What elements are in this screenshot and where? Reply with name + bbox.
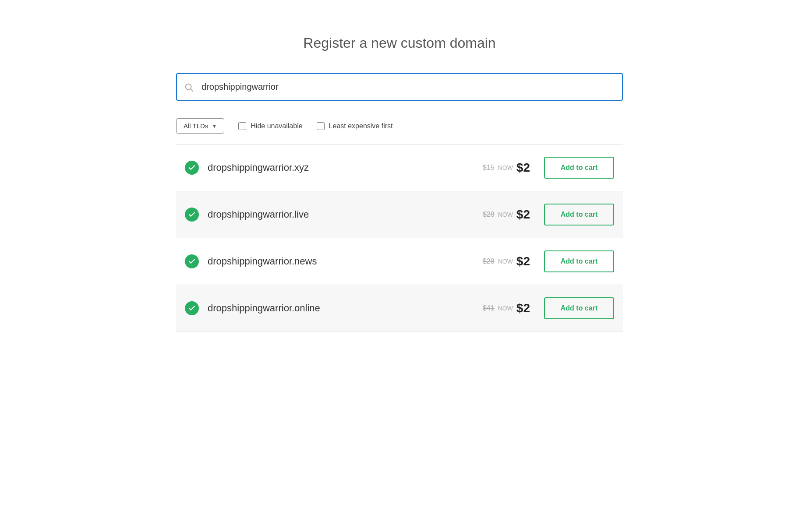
results-list: dropshippingwarrior.xyz $15 NOW $2 Add t… — [176, 144, 623, 332]
least-expensive-label: Least expensive first — [329, 122, 393, 130]
domain-name: dropshippingwarrior.live — [208, 209, 483, 220]
svg-line-1 — [191, 89, 193, 91]
pricing: $28 NOW $2 — [483, 254, 530, 268]
hide-unavailable-filter[interactable]: Hide unavailable — [238, 122, 302, 130]
domain-name: dropshippingwarrior.xyz — [208, 162, 483, 173]
current-price: $2 — [516, 254, 530, 268]
now-label: NOW — [498, 305, 513, 312]
current-price: $2 — [516, 208, 530, 222]
available-check-icon — [185, 301, 199, 315]
available-check-icon — [185, 254, 199, 268]
tld-dropdown-label: All TLDs — [184, 122, 208, 130]
result-item: dropshippingwarrior.live $28 NOW $2 Add … — [176, 191, 623, 238]
original-price: $28 — [483, 257, 495, 265]
current-price: $2 — [516, 161, 530, 175]
now-label: NOW — [498, 258, 513, 265]
tld-dropdown[interactable]: All TLDs ▼ — [176, 118, 224, 134]
available-check-icon — [185, 208, 199, 222]
result-item: dropshippingwarrior.xyz $15 NOW $2 Add t… — [176, 144, 623, 191]
page-title: Register a new custom domain — [176, 35, 623, 51]
result-item: dropshippingwarrior.online $41 NOW $2 Ad… — [176, 285, 623, 332]
least-expensive-checkbox[interactable] — [317, 122, 325, 130]
search-wrapper — [176, 73, 623, 101]
domain-name: dropshippingwarrior.online — [208, 303, 483, 314]
original-price: $15 — [483, 164, 495, 172]
available-check-icon — [185, 161, 199, 175]
search-icon — [184, 82, 194, 92]
domain-name: dropshippingwarrior.news — [208, 256, 483, 267]
current-price: $2 — [516, 301, 530, 315]
pricing: $28 NOW $2 — [483, 208, 530, 222]
add-to-cart-button[interactable]: Add to cart — [544, 204, 614, 225]
filters-row: All TLDs ▼ Hide unavailable Least expens… — [176, 114, 623, 144]
hide-unavailable-checkbox[interactable] — [238, 122, 246, 130]
chevron-down-icon: ▼ — [212, 123, 217, 129]
least-expensive-filter[interactable]: Least expensive first — [317, 122, 393, 130]
hide-unavailable-label: Hide unavailable — [251, 122, 302, 130]
pricing: $15 NOW $2 — [483, 161, 530, 175]
original-price: $41 — [483, 304, 495, 312]
add-to-cart-button[interactable]: Add to cart — [544, 297, 614, 319]
add-to-cart-button[interactable]: Add to cart — [544, 157, 614, 179]
now-label: NOW — [498, 211, 513, 218]
original-price: $28 — [483, 211, 495, 218]
add-to-cart-button[interactable]: Add to cart — [544, 250, 614, 272]
pricing: $41 NOW $2 — [483, 301, 530, 315]
domain-search-input[interactable] — [176, 73, 623, 101]
result-item: dropshippingwarrior.news $28 NOW $2 Add … — [176, 238, 623, 285]
now-label: NOW — [498, 164, 513, 171]
